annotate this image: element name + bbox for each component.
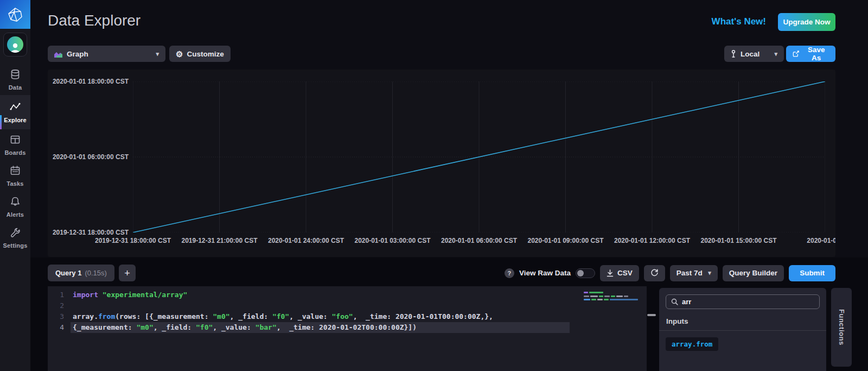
query-tab-label: Query 1: [55, 269, 81, 277]
line-number: 2: [48, 300, 64, 311]
code-token: [98, 291, 103, 299]
query-bar: Query 1 (0.15s) + ? View Raw Data CSV: [48, 265, 835, 281]
add-query-button[interactable]: +: [119, 265, 136, 281]
query-duration: (0.15s): [85, 269, 106, 277]
flux-code-editor[interactable]: 1import "experimental/array"23array.from…: [48, 286, 647, 371]
sidebar-item-label: Alerts: [7, 211, 24, 218]
page-title: Data Explorer: [48, 12, 141, 29]
chevron-down-icon: ▾: [156, 51, 159, 58]
code-text: {_measurement: "m0", _field: "f0", _valu…: [73, 323, 417, 331]
code-token: , _time: 2020-01-02T00:00:00Z}]): [277, 323, 417, 331]
code-text: import "experimental/array": [73, 291, 187, 299]
code-token: "f0": [272, 312, 289, 320]
x-tick-label: 2020-01-01 09:00:00 CST: [527, 237, 603, 244]
plot-area[interactable]: [133, 81, 825, 232]
sidebar-item-tasks[interactable]: Tasks: [0, 160, 30, 191]
upgrade-now-button[interactable]: Upgrade Now: [778, 13, 835, 31]
sidebar-item-explore[interactable]: Explore: [0, 95, 30, 129]
x-tick-label: 2020-01-01 12:00:00 CST: [614, 237, 690, 244]
dashboards-icon: [10, 134, 21, 147]
code-line[interactable]: 4{_measurement: "m0", _field: "f0", _val…: [48, 322, 647, 333]
query-builder-button[interactable]: Query Builder: [723, 265, 784, 281]
code-token: import: [73, 291, 98, 299]
pulse-graph-icon: [9, 102, 21, 115]
sidebar-nav: Data Explore Boards Tasks: [0, 64, 30, 253]
refresh-icon: [650, 269, 659, 277]
code-token: "bar": [256, 323, 277, 331]
line-number: 3: [48, 311, 64, 322]
y-axis-labels: 2020-01-01 18:00:00 CST2020-01-01 06:00:…: [48, 70, 129, 257]
functions-section-header: Inputs: [659, 309, 826, 331]
x-tick-label: 2020-01-011: [807, 237, 835, 244]
download-csv-button[interactable]: CSV: [600, 265, 639, 281]
code-token: array.: [73, 312, 98, 320]
sidebar-item-label: Explore: [4, 117, 27, 123]
panel-collapse-handle[interactable]: [647, 314, 656, 316]
x-tick-label: 2020-01-01 24:00:00 CST: [268, 237, 344, 244]
influxdb-logo[interactable]: [0, 0, 30, 29]
code-line[interactable]: 1import "experimental/array": [48, 290, 647, 300]
user-avatar[interactable]: [3, 33, 27, 56]
code-line[interactable]: 3array.from(rows: [{_measurement: "m0", …: [48, 311, 647, 322]
function-search-box[interactable]: [666, 294, 820, 309]
view-raw-data-toggle[interactable]: [576, 268, 595, 278]
query-tab[interactable]: Query 1 (0.15s): [48, 265, 114, 281]
code-token: "m0": [136, 323, 153, 331]
submit-button[interactable]: Submit: [789, 265, 835, 281]
save-as-button[interactable]: Save As: [786, 46, 835, 62]
sidebar-item-alerts[interactable]: Alerts: [0, 191, 30, 222]
area-chart-icon: [54, 51, 62, 58]
functions-tab-label: Functions: [838, 309, 846, 345]
view-raw-data-label: View Raw Data: [519, 269, 571, 277]
sidebar-item-label: Settings: [3, 242, 28, 249]
view-type-dropdown[interactable]: Graph ▾: [48, 46, 165, 62]
code-token: "experimental/array": [103, 291, 188, 299]
toggle-knob: [577, 270, 584, 276]
line-number: 4: [48, 322, 64, 333]
functions-panel: Inputs array.from: [659, 288, 826, 371]
code-token: , _field:: [230, 312, 272, 320]
x-tick-label: 2020-01-01 15:00:00 CST: [700, 237, 776, 244]
help-icon[interactable]: ?: [505, 268, 514, 278]
code-token: , _field:: [154, 323, 196, 331]
app-root: Data Explore Boards Tasks: [0, 0, 868, 371]
plot-svg: [133, 81, 825, 232]
sidebar-item-boards[interactable]: Boards: [0, 129, 30, 160]
functions-tab[interactable]: Functions: [831, 288, 852, 367]
time-range-dropdown[interactable]: Past 7d ▾: [670, 265, 718, 281]
whats-new-link[interactable]: What's New!: [712, 16, 766, 27]
x-tick-label: 2020-01-01 06:00:00 CST: [441, 237, 517, 244]
download-icon: [607, 269, 614, 277]
export-icon: [793, 50, 800, 58]
calendar-icon: [10, 165, 21, 178]
wrench-icon: [10, 227, 21, 240]
visualization-toolbar: Graph ▾ ⚙ Customize: [48, 46, 231, 62]
sidebar-item-label: Tasks: [7, 180, 23, 187]
query-controls: ? View Raw Data CSV: [505, 265, 835, 281]
refresh-button[interactable]: [644, 265, 665, 281]
view-type-label: Graph: [67, 50, 88, 58]
function-item[interactable]: array.from: [666, 337, 718, 351]
code-token: "f0": [196, 323, 213, 331]
customize-button[interactable]: ⚙ Customize: [169, 46, 231, 62]
code-line[interactable]: 2: [48, 300, 647, 311]
variables-scope-dropdown[interactable]: Local ▾: [724, 46, 784, 62]
graph-panel: 2020-01-01 18:00:00 CST2020-01-01 06:00:…: [48, 70, 835, 257]
code-token: , _value:: [213, 323, 255, 331]
bell-icon: [10, 196, 21, 209]
function-search-input[interactable]: [682, 298, 814, 306]
x-tick-label: 2019-12-31 18:00:00 CST: [95, 237, 171, 244]
functions-list: array.from: [659, 331, 826, 357]
gear-icon: ⚙: [176, 50, 183, 58]
code-token: from: [98, 312, 115, 320]
main-content: Data Explorer What's New! Upgrade Now Gr…: [30, 0, 868, 371]
editor-minimap[interactable]: [584, 292, 642, 324]
sidebar-item-data[interactable]: Data: [0, 64, 30, 95]
code-token: {_measurement:: [73, 323, 136, 331]
sidebar-item-settings[interactable]: Settings: [0, 222, 30, 253]
x-tick-label: 2020-01-01 03:00:00 CST: [354, 237, 430, 244]
sidebar-item-label: Data: [9, 84, 22, 91]
y-tick-label: 2019-12-31 18:00:00 CST: [53, 229, 129, 236]
search-icon: [671, 298, 678, 305]
line-number: 1: [48, 290, 64, 300]
